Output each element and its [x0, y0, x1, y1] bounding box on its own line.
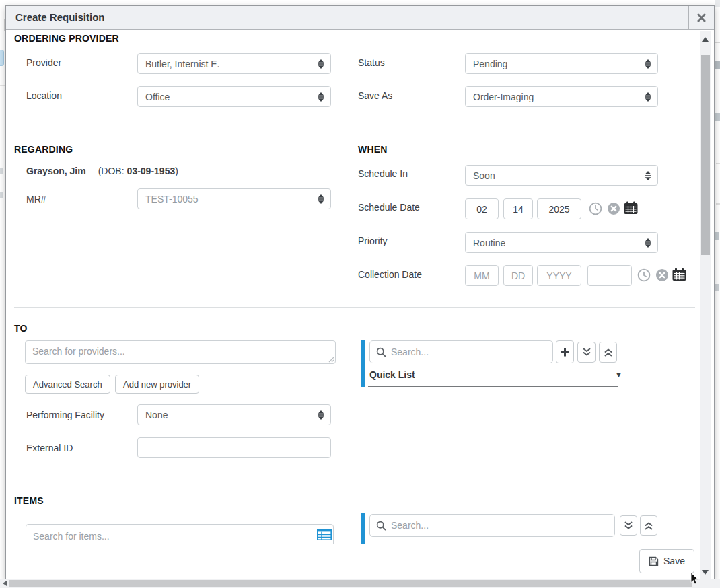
save-icon [649, 556, 659, 566]
items-collapse-all-button[interactable] [640, 515, 657, 536]
background-fragment [0, 250, 5, 250]
search-icon [376, 347, 386, 357]
section-divider [14, 482, 695, 482]
schedule-date-calendar-icon[interactable] [624, 201, 638, 215]
schedule-date-label: Schedule Date [358, 202, 420, 213]
add-to-quick-list-button[interactable] [556, 340, 574, 363]
items-quick-search-input[interactable] [391, 520, 608, 531]
chevrons-down-icon [624, 521, 633, 530]
to-quick-search-box [369, 340, 553, 363]
item-search-input[interactable] [26, 524, 334, 544]
select-arrows-icon [318, 91, 324, 102]
items-expand-all-button[interactable] [620, 515, 637, 536]
schedule-date-day-input[interactable] [503, 198, 533, 219]
mr-number-label: MR# [26, 194, 46, 205]
horizontal-scrollbar-thumb[interactable] [9, 580, 692, 587]
background-fragment [0, 85, 5, 86]
mouse-cursor [690, 573, 699, 585]
collection-time-input[interactable] [587, 265, 632, 286]
collection-date-month-input[interactable] [465, 265, 499, 286]
quick-list-header[interactable]: Quick List [369, 369, 415, 380]
schedule-date-clock-icon[interactable] [589, 202, 602, 215]
schedule-in-select[interactable]: Soon [465, 165, 658, 186]
select-arrows-icon [645, 91, 651, 102]
select-arrows-icon [645, 59, 651, 69]
page-horizontal-scrollbar[interactable] [0, 579, 720, 588]
schedule-date-month-input[interactable] [465, 198, 499, 219]
section-heading-to: TO [14, 323, 28, 334]
body-bottom-divider [7, 544, 700, 544]
resize-grip-icon[interactable] [328, 357, 334, 363]
external-id-input[interactable] [137, 437, 331, 458]
dialog-title: Create Requisition [15, 6, 105, 29]
provider-select[interactable]: Butler, Internist E. [137, 53, 331, 74]
background-fragment [715, 284, 719, 291]
patient-summary: Grayson, Jim(DOB:03-09-1953) [26, 166, 178, 176]
background-fragment [4, 19, 5, 31]
provider-search-textarea[interactable] [25, 340, 336, 364]
mr-number-select[interactable]: TEST-10055 [137, 188, 331, 209]
schedule-date-clear-icon[interactable] [607, 202, 620, 215]
advanced-search-button[interactable]: Advanced Search [25, 375, 110, 394]
patient-dob: (DOB:03-09-1953) [98, 166, 178, 176]
background-fragment [715, 0, 720, 7]
status-select[interactable]: Pending [465, 53, 658, 74]
select-arrows-icon [318, 410, 324, 420]
priority-select[interactable]: Routine [465, 232, 658, 253]
collection-date-day-input[interactable] [503, 265, 533, 286]
external-id-label: External ID [26, 443, 73, 453]
save-as-select[interactable]: Order-Imaging [465, 86, 658, 107]
performing-facility-select[interactable]: None [137, 404, 331, 425]
scroll-left-arrow[interactable] [3, 581, 7, 586]
provider-select-value: Butler, Internist E. [145, 59, 220, 69]
collection-date-clock-icon[interactable] [637, 268, 651, 282]
add-new-provider-button[interactable]: Add new provider [115, 375, 199, 394]
collection-date-year-input[interactable] [537, 265, 581, 286]
scrollbar-thumb[interactable] [701, 55, 710, 255]
close-button[interactable] [688, 6, 714, 29]
background-fragment [715, 113, 720, 121]
background-fragment [715, 232, 719, 240]
save-as-select-value: Order-Imaging [473, 91, 534, 102]
section-heading-items: ITEMS [14, 495, 44, 506]
section-divider [14, 307, 695, 308]
create-requisition-dialog: Create Requisition ORDERING PROVIDER Pro… [5, 5, 715, 580]
quick-list-caret-icon[interactable]: ▼ [615, 371, 622, 379]
schedule-date-year-input[interactable] [537, 198, 581, 219]
collection-date-calendar-icon[interactable] [672, 268, 686, 281]
chevrons-up-icon [604, 348, 613, 357]
item-search-clip [26, 524, 335, 544]
collection-date-label: Collection Date [358, 269, 422, 280]
mr-number-select-value: TEST-10055 [145, 194, 199, 205]
section-heading-when: WHEN [358, 144, 388, 155]
background-fragment [0, 192, 3, 198]
expand-all-button[interactable] [577, 342, 596, 363]
item-table-icon[interactable] [317, 529, 332, 540]
items-quick-search-box [369, 514, 615, 537]
priority-select-value: Routine [473, 237, 505, 248]
location-label: Location [26, 90, 62, 101]
background-fragment [716, 203, 720, 205]
section-divider [14, 126, 695, 126]
chevrons-up-icon [644, 521, 653, 530]
background-fragment [0, 168, 3, 174]
performing-facility-select-value: None [145, 410, 168, 420]
close-icon [697, 13, 706, 22]
patient-name: Grayson, Jim [26, 166, 86, 176]
background-fragment [0, 50, 4, 66]
priority-label: Priority [358, 235, 388, 246]
save-button[interactable]: Save [639, 549, 694, 573]
accent-bar [361, 513, 365, 544]
select-arrows-icon [318, 194, 324, 204]
dialog-scrollbar[interactable] [700, 31, 711, 581]
location-select[interactable]: Office [137, 86, 331, 107]
performing-facility-label: Performing Facility [26, 410, 104, 420]
collapse-all-button[interactable] [599, 342, 617, 363]
background-fragment [716, 163, 720, 164]
scroll-down-arrow[interactable] [702, 570, 709, 575]
to-quick-search-input[interactable] [391, 346, 546, 357]
collection-date-clear-icon[interactable] [655, 268, 669, 282]
plus-icon [560, 347, 570, 357]
save-as-label: Save As [358, 90, 392, 101]
scroll-up-arrow[interactable] [702, 37, 709, 42]
